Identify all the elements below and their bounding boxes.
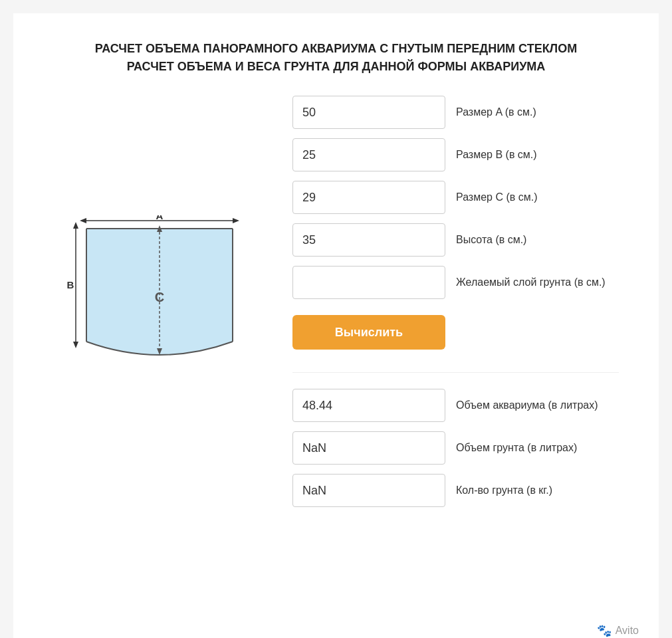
- avito-label: Avito: [616, 625, 639, 637]
- soil-weight-result-label: Кол-во грунта (в кг.): [456, 484, 552, 496]
- diagram-area: A B C: [53, 96, 266, 368]
- soil-volume-result-row: Объем грунта (в литрах): [292, 431, 619, 465]
- height-row: Высота (в см.): [292, 223, 619, 257]
- form-area: Размер A (в см.) Размер B (в см.) Размер…: [292, 96, 619, 507]
- soil-layer-row: Желаемый слой грунта (в см.): [292, 266, 619, 299]
- svg-marker-5: [233, 218, 239, 223]
- size-b-input[interactable]: [292, 138, 445, 171]
- soil-weight-result-input[interactable]: [292, 474, 445, 507]
- size-a-row: Размер A (в см.): [292, 96, 619, 129]
- aquarium-diagram: A B C: [66, 215, 253, 368]
- volume-result-row: Объем аквариума (в литрах): [292, 389, 619, 422]
- aquarium-svg: A B C: [66, 215, 253, 368]
- calculate-row: Вычислить: [292, 308, 619, 356]
- size-c-label: Размер C (в см.): [456, 191, 537, 203]
- svg-marker-8: [73, 342, 78, 348]
- soil-layer-input[interactable]: [292, 266, 445, 299]
- size-b-label: Размер B (в см.): [456, 149, 537, 161]
- calculate-button[interactable]: Вычислить: [292, 315, 445, 350]
- height-input[interactable]: [292, 223, 445, 257]
- page-title: РАСЧЕТ ОБЪЕМА ПАНОРАМНОГО АКВАРИУМА С ГН…: [53, 40, 619, 76]
- size-b-row: Размер B (в см.): [292, 138, 619, 171]
- height-label: Высота (в см.): [456, 234, 526, 246]
- size-c-input[interactable]: [292, 181, 445, 214]
- soil-volume-result-label: Объем грунта (в литрах): [456, 442, 577, 454]
- soil-layer-label: Желаемый слой грунта (в см.): [456, 276, 606, 288]
- svg-marker-4: [80, 218, 86, 223]
- size-a-label: Размер A (в см.): [456, 106, 536, 118]
- page-container: РАСЧЕТ ОБЪЕМА ПАНОРАМНОГО АКВАРИУМА С ГН…: [13, 13, 659, 638]
- soil-weight-result-row: Кол-во грунта (в кг.): [292, 474, 619, 507]
- volume-result-input[interactable]: [292, 389, 445, 422]
- avito-paw-icon: 🐾: [597, 623, 612, 638]
- size-c-row: Размер C (в см.): [292, 181, 619, 214]
- main-content: A B C: [53, 96, 619, 507]
- volume-result-label: Объем аквариума (в литрах): [456, 399, 598, 411]
- avito-logo: 🐾 Avito: [597, 623, 639, 638]
- size-a-input[interactable]: [292, 96, 445, 129]
- label-a: A: [156, 215, 164, 221]
- divider: [292, 372, 619, 373]
- label-b: B: [67, 279, 74, 290]
- svg-marker-7: [73, 222, 78, 229]
- soil-volume-result-input[interactable]: [292, 431, 445, 465]
